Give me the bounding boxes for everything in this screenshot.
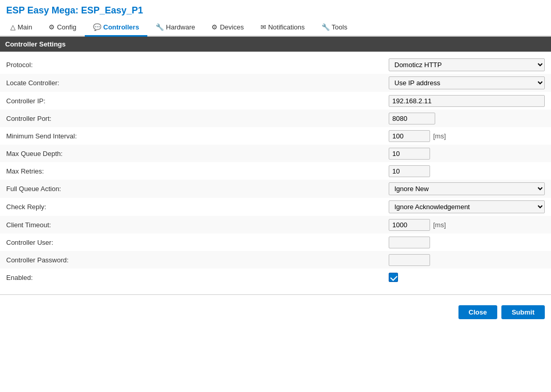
row-min-send-interval: Minimum Send Interval: [ms] xyxy=(0,127,551,145)
controller-ip-input[interactable] xyxy=(389,95,545,107)
enabled-control xyxy=(389,273,545,282)
controller-password-control xyxy=(389,254,545,266)
tab-config[interactable]: ⚙ Config xyxy=(40,19,85,37)
row-full-queue-action: Full Queue Action: Ignore New Delete Old… xyxy=(0,180,551,198)
max-queue-depth-input[interactable] xyxy=(389,148,430,160)
locate-controller-label: Locate Controller: xyxy=(6,79,389,87)
full-queue-action-select[interactable]: Ignore New Delete Oldest xyxy=(389,182,545,195)
enabled-label: Enabled: xyxy=(6,274,389,281)
section-header: Controller Settings xyxy=(0,37,551,52)
controllers-icon: 💬 xyxy=(93,23,101,31)
client-timeout-control: [ms] xyxy=(389,219,545,231)
tab-tools-label: Tools xyxy=(332,23,347,31)
tab-notifications[interactable]: ✉ Notifications xyxy=(252,19,313,37)
controller-port-control xyxy=(389,113,545,124)
row-controller-ip: Controller IP: xyxy=(0,92,551,109)
protocol-select[interactable]: Domoticz HTTP xyxy=(389,58,545,71)
tab-controllers-label: Controllers xyxy=(103,23,139,31)
controller-password-input[interactable] xyxy=(389,254,430,266)
min-send-interval-input[interactable] xyxy=(389,130,430,142)
tab-controllers[interactable]: 💬 Controllers xyxy=(85,19,147,37)
tab-main[interactable]: △ Main xyxy=(2,19,40,37)
controller-user-input[interactable] xyxy=(389,237,430,248)
devices-icon: ⚙ xyxy=(211,23,218,31)
main-icon: △ xyxy=(10,23,16,31)
tab-main-label: Main xyxy=(18,23,32,31)
tab-tools[interactable]: 🔧 Tools xyxy=(313,19,356,37)
row-client-timeout: Client Timeout: [ms] xyxy=(0,216,551,233)
tab-hardware-label: Hardware xyxy=(166,23,195,31)
row-max-retries: Max Retries: xyxy=(0,162,551,180)
row-controller-password: Controller Password: xyxy=(0,251,551,269)
client-timeout-unit: [ms] xyxy=(433,221,446,229)
form-divider xyxy=(0,294,551,295)
tab-config-label: Config xyxy=(57,23,76,31)
notifications-icon: ✉ xyxy=(261,23,266,31)
button-row: Close Submit xyxy=(0,299,551,325)
min-send-interval-unit: [ms] xyxy=(433,132,446,140)
controller-user-label: Controller User: xyxy=(6,239,389,246)
controller-port-input[interactable] xyxy=(389,113,435,124)
form-area: Protocol: Domoticz HTTP Locate Controlle… xyxy=(0,52,551,290)
max-queue-depth-label: Max Queue Depth: xyxy=(6,150,389,158)
config-icon: ⚙ xyxy=(49,23,55,31)
protocol-label: Protocol: xyxy=(6,61,389,69)
row-max-queue-depth: Max Queue Depth: xyxy=(0,145,551,162)
row-controller-port: Controller Port: xyxy=(0,109,551,127)
hardware-icon: 🔧 xyxy=(156,23,164,31)
controller-user-control xyxy=(389,237,545,248)
max-retries-label: Max Retries: xyxy=(6,167,389,175)
row-controller-user: Controller User: xyxy=(0,233,551,251)
controller-ip-control xyxy=(389,95,545,107)
row-locate-controller: Locate Controller: Use IP address xyxy=(0,74,551,92)
enabled-checkbox[interactable] xyxy=(389,273,398,282)
controller-port-label: Controller Port: xyxy=(6,115,389,122)
check-reply-control: Ignore Acknowledgement Check Acknowledge… xyxy=(389,200,545,213)
max-retries-input[interactable] xyxy=(389,165,430,177)
page-wrapper: ESP Easy Mega: ESP_Easy_P1 △ Main ⚙ Conf… xyxy=(0,0,551,392)
protocol-control: Domoticz HTTP xyxy=(389,58,545,71)
max-queue-depth-control xyxy=(389,148,545,160)
client-timeout-input[interactable] xyxy=(389,219,430,231)
check-reply-select[interactable]: Ignore Acknowledgement Check Acknowledge… xyxy=(389,200,545,213)
row-check-reply: Check Reply: Ignore Acknowledgement Chec… xyxy=(0,198,551,216)
tools-icon: 🔧 xyxy=(322,23,330,31)
tab-hardware[interactable]: 🔧 Hardware xyxy=(147,19,203,37)
locate-controller-select[interactable]: Use IP address xyxy=(389,76,545,89)
tab-devices[interactable]: ⚙ Devices xyxy=(203,19,252,37)
page-title: ESP Easy Mega: ESP_Easy_P1 xyxy=(0,0,551,19)
check-reply-label: Check Reply: xyxy=(6,203,389,211)
client-timeout-label: Client Timeout: xyxy=(6,221,389,229)
min-send-interval-label: Minimum Send Interval: xyxy=(6,132,389,140)
locate-controller-control: Use IP address xyxy=(389,76,545,89)
close-button[interactable]: Close xyxy=(458,305,497,319)
row-enabled: Enabled: xyxy=(0,269,551,286)
max-retries-control xyxy=(389,165,545,177)
full-queue-action-control: Ignore New Delete Oldest xyxy=(389,182,545,195)
full-queue-action-label: Full Queue Action: xyxy=(6,185,389,193)
tab-bar: △ Main ⚙ Config 💬 Controllers 🔧 Hardware… xyxy=(0,19,551,37)
min-send-interval-control: [ms] xyxy=(389,130,545,142)
row-protocol: Protocol: Domoticz HTTP xyxy=(0,56,551,74)
controller-password-label: Controller Password: xyxy=(6,256,389,264)
controller-ip-label: Controller IP: xyxy=(6,97,389,105)
tab-devices-label: Devices xyxy=(220,23,243,31)
submit-button[interactable]: Submit xyxy=(501,305,545,319)
tab-notifications-label: Notifications xyxy=(268,23,305,31)
